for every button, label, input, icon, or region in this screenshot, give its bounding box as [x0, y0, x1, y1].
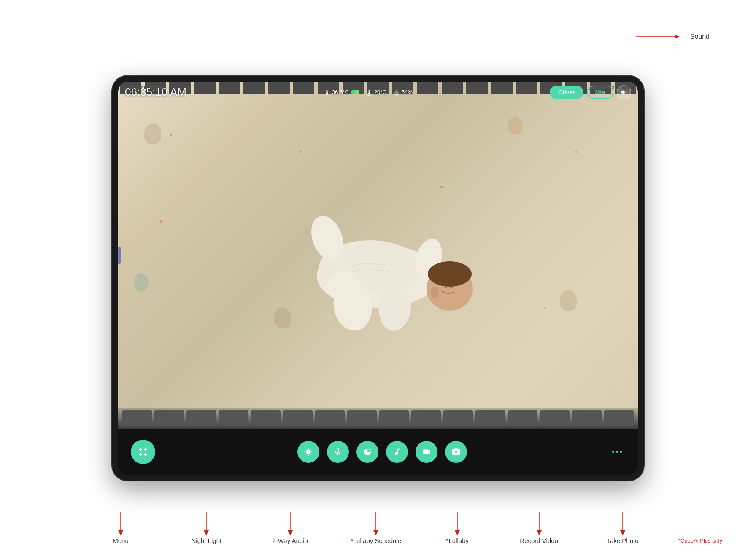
toolbar-center	[297, 441, 467, 463]
record-video-label: Record Video	[520, 537, 558, 544]
svg-rect-16	[593, 86, 594, 90]
night-light-annotation: Night Light	[185, 512, 227, 544]
bottom-toolbar	[118, 429, 638, 475]
lullaby-label: *Lullaby	[446, 537, 469, 544]
cuboai-note: *CuboAi Plus only	[678, 537, 722, 544]
status-right: 100%	[589, 85, 631, 90]
sidebar-hint[interactable]	[118, 247, 121, 264]
lullaby-schedule-annotation: *Lullaby Schedule	[353, 512, 399, 544]
sound-label: Sound	[690, 33, 710, 40]
record-video-annotation: Record Video	[516, 512, 562, 544]
svg-rect-20	[622, 86, 629, 89]
svg-point-24	[139, 453, 142, 456]
menu-annotation: Menu	[104, 512, 138, 544]
menu-button[interactable]	[131, 440, 155, 464]
camera-view: 06:35:10 AM ♥ 36.5°C 20°C	[118, 82, 638, 429]
crib-bottom-slats	[118, 408, 638, 429]
svg-rect-21	[630, 86, 631, 89]
take-photo-annotation: Take Photo	[602, 512, 644, 544]
lullaby-schedule-label: *Lullaby Schedule	[351, 537, 401, 544]
bottom-annotations: Menu Night Light 2-Way Audio *Lullaby	[112, 512, 644, 544]
night-light-label: Night Light	[191, 537, 221, 544]
svg-point-23	[144, 448, 147, 451]
status-time: 9:41 Mon Jun 3	[125, 85, 162, 91]
toolbar-right	[609, 447, 625, 456]
more-options-button[interactable]	[609, 447, 625, 456]
svg-point-25	[144, 453, 147, 456]
two-way-audio-annotation: 2-Way Audio	[267, 512, 313, 544]
take-photo-label: Take Photo	[607, 537, 638, 544]
take-photo-button[interactable]	[445, 441, 467, 463]
svg-point-18	[602, 89, 603, 90]
svg-rect-17	[594, 85, 596, 90]
page-wrapper: 06:35:10 AM ♥ 36.5°C 20°C	[0, 0, 756, 556]
svg-point-8	[428, 261, 472, 287]
camera-background	[118, 82, 638, 429]
two-way-audio-button[interactable]	[327, 441, 349, 463]
baby-figure	[268, 183, 488, 344]
night-light-button[interactable]	[297, 441, 319, 463]
lullaby-button[interactable]	[386, 441, 408, 463]
toolbar-left	[131, 440, 155, 464]
record-video-button[interactable]	[416, 441, 437, 463]
ipad-frame: 06:35:10 AM ♥ 36.5°C 20°C	[112, 76, 644, 481]
two-way-audio-label: 2-Way Audio	[272, 537, 308, 544]
svg-rect-15	[591, 87, 592, 90]
svg-point-9	[431, 287, 439, 298]
ipad-screen: 06:35:10 AM ♥ 36.5°C 20°C	[118, 82, 638, 475]
svg-point-22	[139, 448, 142, 451]
sound-annotation: Sound	[636, 30, 710, 43]
lullaby-schedule-button[interactable]	[356, 441, 378, 463]
menu-label: Menu	[113, 537, 129, 544]
lullaby-annotation: *Lullaby	[438, 512, 476, 544]
svg-rect-14	[589, 89, 591, 90]
status-bar: 9:41 Mon Jun 3 100%	[118, 82, 638, 94]
